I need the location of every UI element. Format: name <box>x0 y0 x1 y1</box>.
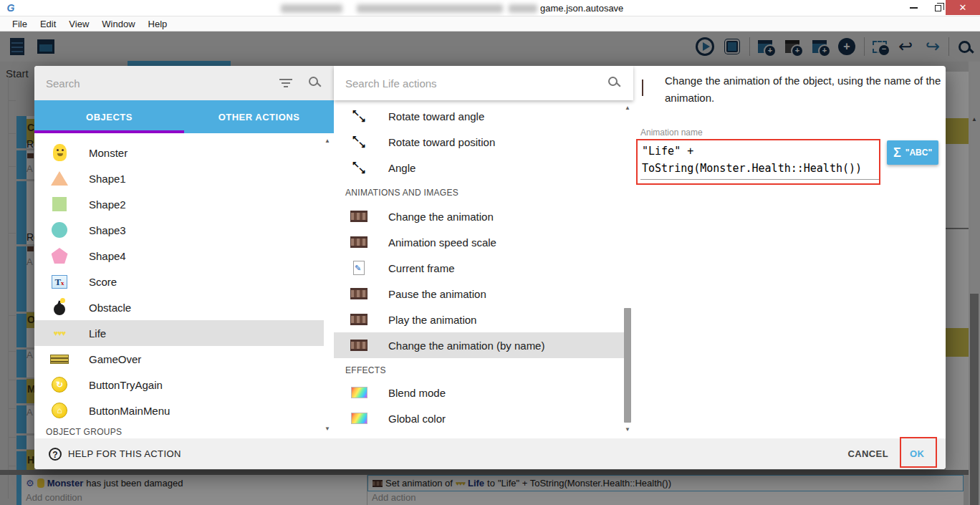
rotate-icon: ↖↘ <box>352 160 366 175</box>
close-button[interactable]: ✕ <box>946 0 980 15</box>
sigma-icon: Σ <box>893 145 901 160</box>
film-icon <box>350 211 368 222</box>
object-item-shape4[interactable]: Shape4 <box>34 243 324 269</box>
menu-bar: File Edit View Window Help <box>0 16 980 32</box>
film-icon <box>642 82 643 95</box>
scroll-up-icon[interactable]: ▲ <box>623 105 633 111</box>
field-underline <box>640 179 879 180</box>
object-item-monster[interactable]: Monster <box>34 140 324 165</box>
film-icon <box>350 236 368 248</box>
retry-button-icon: ↻ <box>52 377 67 393</box>
object-search-input[interactable] <box>46 74 261 92</box>
object-item-life[interactable]: ♥♥♥ Life <box>34 320 324 346</box>
help-icon: ? <box>49 448 62 461</box>
action-item-global-color[interactable]: Global color <box>334 405 624 431</box>
redacted-title-segment <box>357 4 503 13</box>
search-icon <box>309 77 318 86</box>
film-icon <box>350 288 368 299</box>
action-item-current-frame[interactable]: Current frame <box>334 255 624 281</box>
animation-name-value-line2[interactable]: ToString(Monster.Health::Health()) <box>642 162 862 175</box>
object-item-buttontryagain[interactable]: ↻ ButtonTryAgain <box>34 372 324 398</box>
object-search-bar <box>34 66 334 100</box>
triangle-icon <box>51 171 68 186</box>
text-object-icon: Tx <box>52 275 67 289</box>
scrollbar-thumb[interactable] <box>624 308 631 423</box>
object-item-gameover[interactable]: GameOver <box>34 346 324 372</box>
rainbow-icon <box>351 413 368 424</box>
redacted-title-segment <box>509 4 537 13</box>
ok-button[interactable]: OK <box>910 438 924 469</box>
rotate-icon: ↖↘ <box>352 135 366 149</box>
hearts-icon: ♥♥♥ <box>54 329 66 337</box>
action-item-pause-the-animation[interactable]: Pause the animation <box>334 281 624 307</box>
cancel-button[interactable]: CANCEL <box>847 438 888 469</box>
action-item-change-the-animation-by-name[interactable]: Change the animation (by name) <box>334 332 624 358</box>
scroll-down-icon[interactable]: ▼ <box>322 425 332 432</box>
filter-icon[interactable] <box>279 79 292 87</box>
object-item-score[interactable]: Tx Score <box>34 269 324 294</box>
minimize-button[interactable] <box>901 0 926 15</box>
search-icon <box>608 77 618 86</box>
action-search-bar <box>334 66 633 100</box>
active-tab-indicator <box>34 130 184 133</box>
banner-icon <box>50 355 69 364</box>
bomb-icon <box>54 304 65 315</box>
monster-icon <box>53 144 67 161</box>
object-item-buttonmainmenu[interactable]: ⌂ ButtonMainMenu <box>34 398 324 423</box>
object-item-shape2[interactable]: Shape2 <box>34 191 324 217</box>
scroll-up-icon[interactable]: ▲ <box>322 138 332 144</box>
film-icon <box>350 340 368 351</box>
square-icon <box>52 197 67 211</box>
object-groups-header: OBJECT GROUPS <box>46 427 122 437</box>
home-button-icon: ⌂ <box>52 403 67 418</box>
menu-help[interactable]: Help <box>142 19 174 29</box>
help-link[interactable]: ? HELP FOR THIS ACTION <box>49 438 181 469</box>
tab-objects[interactable]: OBJECTS <box>34 100 184 133</box>
action-search-input[interactable] <box>345 74 560 92</box>
animation-name-label: Animation name <box>640 128 703 138</box>
tab-other-actions[interactable]: OTHER ACTIONS <box>184 100 334 133</box>
gdevelop-window: G game.json.autosave ✕ File Edit View Wi… <box>0 0 980 505</box>
expression-editor-button[interactable]: Σ "ABC" <box>887 140 938 165</box>
pentagon-icon <box>52 248 68 264</box>
action-item-animation-speed-scale[interactable]: Animation speed scale <box>334 229 624 255</box>
restore-icon <box>935 5 941 11</box>
object-item-shape1[interactable]: Shape1 <box>34 165 324 191</box>
rotate-icon: ↖↘ <box>352 109 366 123</box>
action-item-rotate-toward-position[interactable]: ↖↘ Rotate toward position <box>334 129 624 155</box>
menu-view[interactable]: View <box>62 19 95 29</box>
action-description: Change the animation of the object, usin… <box>665 72 946 107</box>
gdevelop-logo: G <box>5 2 16 14</box>
object-item-obstacle[interactable]: Obstacle <box>34 294 324 320</box>
action-editor-dialog: OBJECTS OTHER ACTIONS Monster Shape1 Sha… <box>34 66 946 469</box>
window-title: game.json.autosave <box>540 3 623 14</box>
action-item-change-the-animation[interactable]: Change the animation <box>334 203 624 229</box>
scroll-down-icon[interactable]: ▼ <box>623 426 633 433</box>
menu-file[interactable]: File <box>6 19 34 29</box>
film-icon <box>350 314 368 325</box>
frame-icon <box>353 261 365 275</box>
action-item-angle[interactable]: ↖↘ Angle <box>334 155 624 181</box>
menu-window[interactable]: Window <box>95 19 141 29</box>
object-item-shape3[interactable]: Shape3 <box>34 217 324 243</box>
action-item-rotate-toward-angle[interactable]: ↖↘ Rotate toward angle <box>334 103 624 129</box>
section-effects: EFFECTS <box>345 365 386 375</box>
action-item-play-the-animation[interactable]: Play the animation <box>334 307 624 332</box>
dialog-footer: ? HELP FOR THIS ACTION CANCEL OK <box>34 438 946 469</box>
section-animations-and-images: ANIMATIONS AND IMAGES <box>345 188 458 198</box>
menu-edit[interactable]: Edit <box>34 19 62 29</box>
animation-name-value-line1[interactable]: "Life" + <box>642 145 693 158</box>
action-item-blend-mode[interactable]: Blend mode <box>334 380 624 405</box>
redacted-title-segment <box>281 4 342 13</box>
object-tabs: OBJECTS OTHER ACTIONS <box>34 100 334 133</box>
circle-icon <box>52 222 67 238</box>
rainbow-icon <box>351 387 368 398</box>
title-bar: G game.json.autosave ✕ <box>0 0 980 16</box>
